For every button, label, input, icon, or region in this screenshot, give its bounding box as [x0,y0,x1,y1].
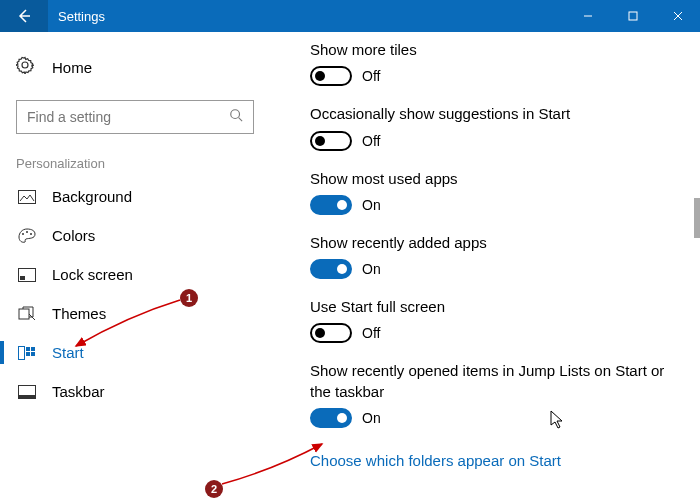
setting-title: Occasionally show suggestions in Start [310,104,670,124]
svg-rect-0 [629,12,637,20]
annotation-arrow-2 [218,440,328,488]
toggle-most-used[interactable] [310,195,352,215]
maximize-icon [628,11,638,21]
themes-icon [16,306,38,322]
toggle-recently-added[interactable] [310,259,352,279]
setting-title: Show recently opened items in Jump Lists… [310,361,670,402]
minimize-button[interactable] [565,0,610,32]
gear-icon [16,56,38,78]
back-arrow-icon [16,8,32,24]
setting-title: Use Start full screen [310,297,670,317]
toggle-state-label: On [362,197,381,213]
toggle-show-more-tiles[interactable] [310,66,352,86]
sidebar-item-lockscreen[interactable]: Lock screen [0,255,270,294]
svg-rect-7 [20,276,25,280]
toggle-state-label: Off [362,325,380,341]
sidebar-item-label: Colors [52,227,95,244]
setting-title: Show most used apps [310,169,670,189]
toggle-jumplists[interactable] [310,408,352,428]
sidebar-home[interactable]: Home [0,48,270,86]
sidebar-section-label: Personalization [0,150,270,177]
svg-rect-11 [31,347,35,351]
toggle-suggestions[interactable] [310,131,352,151]
back-button[interactable] [0,0,48,32]
sidebar-item-background[interactable]: Background [0,177,270,216]
sidebar-item-taskbar[interactable]: Taskbar [0,372,270,411]
toggle-state-label: Off [362,68,380,84]
scrollbar-thumb[interactable] [694,198,700,238]
svg-rect-13 [31,352,35,356]
search-box[interactable] [16,100,254,134]
svg-rect-15 [19,395,36,399]
svg-rect-10 [26,347,30,351]
sidebar-item-label: Lock screen [52,266,133,283]
toggle-state-label: On [362,410,381,426]
minimize-icon [583,11,593,21]
search-icon [229,108,243,126]
sidebar-item-colors[interactable]: Colors [0,216,270,255]
annotation-badge-1: 1 [180,289,198,307]
sidebar-item-label: Taskbar [52,383,105,400]
svg-point-1 [231,110,240,119]
close-button[interactable] [655,0,700,32]
toggle-state-label: On [362,261,381,277]
annotation-arrow-1 [68,296,186,352]
setting-title: Show recently added apps [310,233,670,253]
svg-rect-9 [19,346,25,359]
svg-rect-12 [26,352,30,356]
window-title: Settings [58,9,565,24]
svg-rect-8 [19,309,29,319]
svg-point-4 [26,231,28,233]
taskbar-icon [16,385,38,399]
annotation-badge-2: 2 [205,480,223,498]
picture-icon [16,190,38,204]
lockscreen-icon [16,268,38,282]
svg-rect-2 [19,190,36,203]
toggle-state-label: Off [362,133,380,149]
svg-point-5 [30,233,32,235]
toggle-fullscreen[interactable] [310,323,352,343]
home-label: Home [52,59,92,76]
content-area: Show more tiles Off Occasionally show su… [270,32,700,504]
palette-icon [16,228,38,244]
setting-title: Show more tiles [310,40,670,60]
sidebar: Home Personalization Background Colors [0,32,270,504]
choose-folders-link[interactable]: Choose which folders appear on Start [310,452,561,469]
start-icon [16,346,38,360]
maximize-button[interactable] [610,0,655,32]
cursor-icon [550,410,566,430]
sidebar-item-label: Background [52,188,132,205]
search-input[interactable] [27,109,229,125]
titlebar: Settings [0,0,700,32]
svg-point-3 [22,233,24,235]
close-icon [673,11,683,21]
